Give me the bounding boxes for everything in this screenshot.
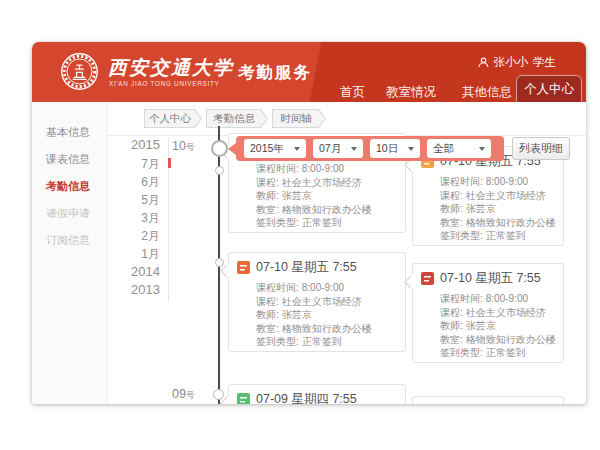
user-chip[interactable]: 张小小 学生: [478, 55, 557, 70]
sidebar-item-basic-info[interactable]: 基本信息: [46, 125, 90, 140]
timeline-nav-item-february[interactable]: 2月: [104, 228, 160, 245]
sidebar-item-course-schedule[interactable]: 课表信息: [46, 152, 90, 167]
app-window: 西安交通大学 XI'AN JIAO TONG UNIVERSITY 考勤服务 张…: [32, 42, 586, 404]
user-role: 学生: [533, 55, 556, 70]
timeline-nav-item-june[interactable]: 6月: [104, 174, 160, 191]
month-select[interactable]: 07月: [313, 139, 363, 158]
sidebar-item-subscription[interactable]: 订阅信息: [46, 233, 90, 248]
screenshot-canvas: 西安交通大学 XI'AN JIAO TONG UNIVERSITY 考勤服务 张…: [0, 0, 600, 450]
breadcrumb-item-attendance-info[interactable]: 考勤信息: [206, 109, 268, 128]
timeline-nav-item-2015[interactable]: 2015: [104, 137, 160, 152]
breadcrumb: 个人中心 考勤信息 时间轴: [108, 102, 586, 136]
card-arrow: [406, 275, 413, 289]
timeline-nav-item-2014[interactable]: 2014: [104, 264, 160, 279]
app-header: 西安交通大学 XI'AN JIAO TONG UNIVERSITY 考勤服务 张…: [32, 42, 586, 102]
card-arrow: [222, 264, 229, 278]
attendance-card: 07-10 星期五 7:55 课程时间:8:00-9:00 课程:社会主义市场经…: [412, 263, 564, 363]
caret-down-icon: [351, 147, 357, 151]
card-title: 07-09 星期四 7:55: [256, 391, 357, 404]
caret-down-icon: [408, 147, 414, 151]
breadcrumb-item-personal-center[interactable]: 个人中心: [144, 109, 202, 128]
attendance-card: 07-09 星期四 7:55: [228, 384, 406, 404]
timeline-node: [215, 166, 224, 175]
caret-down-icon: [294, 147, 300, 151]
attendance-card: 07-10 星期五 7:55 课程时间:8:00-9:00 课程:社会主义市场经…: [228, 252, 406, 352]
card-title: 07-10 星期五 7:55: [440, 270, 541, 287]
card-title: 07-10 星期五 7:55: [256, 259, 357, 276]
day-marker-10: 10号: [172, 139, 194, 154]
stamp-icon: [237, 393, 250, 404]
nav-item-home[interactable]: 首页: [340, 84, 365, 101]
year-select[interactable]: 2015年: [244, 139, 306, 158]
breadcrumb-item-timeline[interactable]: 时间轴: [272, 109, 326, 128]
app-title: 考勤服务: [238, 62, 312, 84]
timeline-node-selected: [211, 140, 228, 157]
university-name: 西安交通大学: [108, 55, 234, 81]
timeline-nav-item-may[interactable]: 5月: [104, 192, 160, 209]
user-icon: [478, 57, 489, 68]
current-month-marker: [168, 158, 171, 168]
day-marker-09: 09号: [172, 387, 194, 402]
filter-bar-arrow: [228, 143, 236, 155]
sidebar-item-leave-request[interactable]: 请假申请: [46, 206, 90, 221]
nav-item-classrooms[interactable]: 教室情况: [386, 84, 436, 101]
stamp-icon: [421, 272, 434, 285]
timeline-node: [213, 389, 224, 400]
attendance-card: 07-10 星期五 7:55 课程时间:8:00-9:00 课程:社会主义市场经…: [412, 146, 564, 246]
caret-down-icon: [479, 147, 485, 151]
timeline-node: [215, 258, 224, 267]
type-select[interactable]: 全部: [427, 139, 491, 158]
user-name: 张小小: [494, 55, 529, 70]
university-name-en: XI'AN JIAO TONG UNIVERSITY: [109, 80, 219, 87]
stamp-icon: [237, 261, 250, 274]
timeline-nav-item-january[interactable]: 1月: [104, 246, 160, 263]
timeline-nav-item-march[interactable]: 3月: [104, 210, 160, 227]
university-logo-icon: [60, 52, 99, 91]
nav-item-other-info[interactable]: 其他信息: [462, 84, 512, 101]
list-detail-button[interactable]: 列表明细: [512, 137, 570, 160]
timeline-nav-item-july[interactable]: 7月: [104, 156, 160, 173]
timeline-nav-item-2013[interactable]: 2013: [104, 282, 160, 297]
sidebar: 基本信息 课表信息 考勤信息 请假申请 订阅信息: [32, 102, 108, 404]
attendance-card-partial: [412, 396, 564, 404]
filter-bar: 2015年 07月 10日 全部: [236, 136, 504, 161]
day-select[interactable]: 10日: [370, 139, 420, 158]
nav-tab-personal-center[interactable]: 个人中心: [516, 75, 582, 102]
sidebar-item-attendance-info[interactable]: 考勤信息: [46, 179, 90, 194]
